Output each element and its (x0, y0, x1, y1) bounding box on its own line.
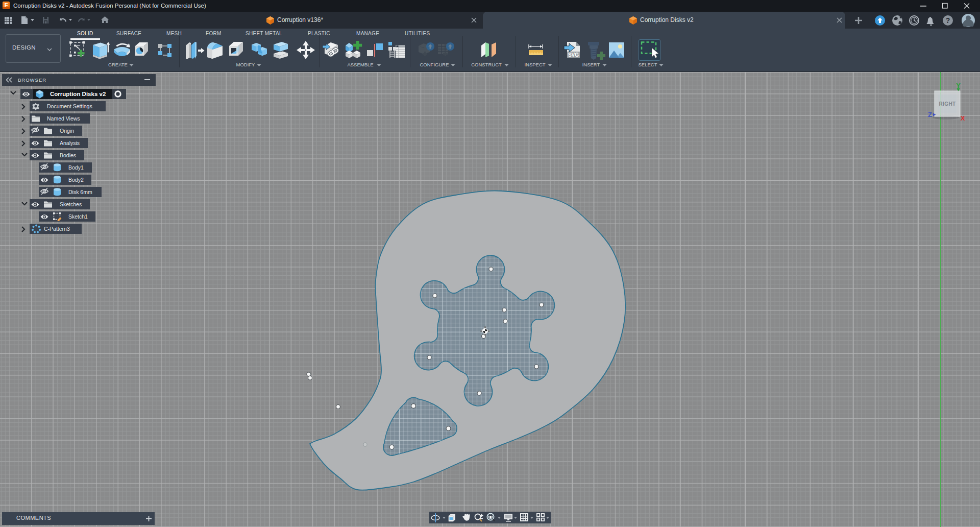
svg-text:SVG: SVG (568, 52, 579, 58)
svg-text:?: ? (946, 16, 950, 25)
svg-text:X: X (961, 114, 965, 122)
svg-text:Z: Z (928, 111, 932, 118)
svg-text:RIGHT: RIGHT (939, 101, 955, 107)
svg-text:Y: Y (956, 82, 961, 89)
